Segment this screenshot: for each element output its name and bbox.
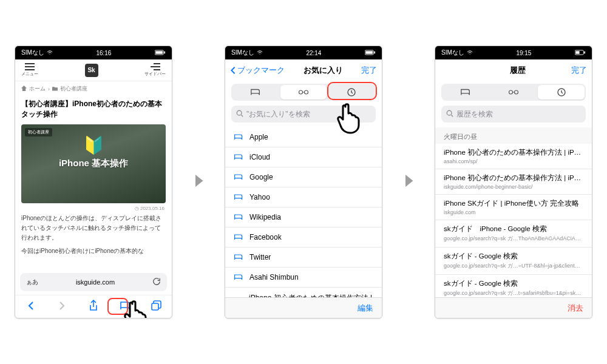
- sidebar-button[interactable]: サイドバー: [144, 63, 166, 77]
- item-label: Twitter: [249, 253, 271, 261]
- svg-rect-13: [584, 51, 585, 53]
- list-item[interactable]: Google: [225, 167, 382, 187]
- seg-reading-list[interactable]: [280, 85, 327, 99]
- seg-reading-list[interactable]: [490, 85, 537, 99]
- history-title: skガイド - Google 検索: [444, 252, 583, 261]
- back-button[interactable]: ブックマーク: [230, 65, 285, 76]
- domain-label: iskguide.com: [76, 278, 115, 286]
- hero-text: iPhone 基本操作: [59, 158, 128, 169]
- svg-rect-5: [365, 51, 373, 54]
- svg-rect-6: [374, 51, 375, 53]
- history-url: iskguide.com: [444, 209, 583, 215]
- done-button[interactable]: 完了: [361, 65, 377, 76]
- back-label: ブックマーク: [237, 65, 285, 76]
- done-button[interactable]: 完了: [571, 65, 587, 76]
- battery-icon: [155, 50, 166, 56]
- forward-icon: [56, 300, 68, 314]
- home-icon: [21, 86, 27, 92]
- highlight-box: [327, 82, 377, 100]
- history-row[interactable]: skガイド iPhone - Google 検索google.co.jp/sea…: [435, 220, 592, 248]
- screen-favorites: SIMなし 22:14 ブックマーク お気に入り 完了 "お気に入り"を検索 A…: [225, 46, 382, 318]
- seg-bookmarks[interactable]: [443, 85, 489, 99]
- history-title: iPhone 初心者のための基本操作方法 | iPhone...: [444, 148, 583, 157]
- svg-rect-3: [152, 303, 158, 310]
- svg-point-15: [515, 90, 518, 94]
- history-row[interactable]: skガイド - Google 検索google.co.jp/search?q=s…: [435, 275, 592, 297]
- history-row[interactable]: iPhone 初心者のための基本操作方法 | iPhone...asahi.co…: [435, 144, 592, 169]
- list-item[interactable]: Facebook: [225, 228, 382, 248]
- body-para-1: iPhoneのほとんどの操作は、ディスプレイに搭載されているタッチパネルに触れる…: [21, 214, 166, 243]
- seg-bookmarks[interactable]: [232, 85, 279, 99]
- search-placeholder: "お気に入り"を検索: [246, 109, 310, 120]
- edit-button[interactable]: 編集: [358, 303, 373, 314]
- history-row[interactable]: iPhone SKガイド | iPhone使い方 完全攻略iskguide.co…: [435, 195, 592, 220]
- search-field[interactable]: 履歴を検索: [441, 106, 586, 123]
- crumb-home[interactable]: ホーム: [29, 85, 46, 93]
- history-title: iPhone 初心者のための基本操作方法 | iPhone...: [444, 174, 583, 183]
- svg-point-17: [447, 110, 452, 115]
- article-title: 【初心者講座】iPhone初心者のための基本タッチ操作: [15, 96, 172, 124]
- menu-button[interactable]: メニュー: [21, 63, 38, 77]
- clock-label: 16:16: [96, 50, 111, 56]
- nav-title: 履歴: [510, 65, 526, 76]
- item-label: Apple: [249, 133, 268, 141]
- hero-image: 初心者講座 🔰 iPhone 基本操作: [21, 124, 166, 203]
- search-icon: [446, 110, 453, 119]
- tabs-icon[interactable]: [150, 300, 162, 314]
- list-item[interactable]: Asahi Shimbun: [225, 268, 382, 288]
- segmented-control[interactable]: [231, 84, 376, 101]
- reload-icon[interactable]: [152, 277, 161, 287]
- back-icon[interactable]: [25, 300, 37, 314]
- list-item[interactable]: Yahoo: [225, 187, 382, 207]
- history-row[interactable]: iPhone 初心者のための基本操作方法 | iPhone...iskguide…: [435, 169, 592, 195]
- svg-rect-1: [155, 51, 163, 54]
- footer-bar: 消去: [435, 297, 592, 318]
- search-icon: [236, 110, 243, 119]
- chevron-right-icon: [399, 172, 418, 192]
- clock-label: 19:15: [516, 50, 531, 56]
- carrier-label: SIMなし: [441, 49, 464, 57]
- history-row[interactable]: skガイド - Google 検索google.co.jp/search?q=s…: [435, 248, 592, 275]
- item-label: Yahoo: [249, 193, 270, 201]
- battery-icon: [365, 50, 376, 56]
- chevron-right-icon: [189, 172, 208, 192]
- item-label: Facebook: [249, 233, 282, 241]
- item-label: Asahi Shimbun: [249, 273, 299, 281]
- wifi-icon: [47, 50, 53, 56]
- wifi-icon: [257, 50, 263, 56]
- item-label: iPhone 初心者のための基本操作方法 | i...: [249, 293, 373, 297]
- list-item[interactable]: iPhone 初心者のための基本操作方法 | i...: [225, 288, 382, 297]
- list-item[interactable]: iCloud: [225, 147, 382, 167]
- status-bar: SIMなし 16:16: [15, 46, 172, 59]
- status-bar: SIMなし 22:14: [225, 46, 382, 59]
- share-icon[interactable]: [87, 300, 100, 314]
- beginner-leaf-icon: 🔰: [83, 135, 104, 155]
- svg-point-14: [509, 90, 513, 94]
- article-date: ◷ 2023.05.16: [15, 203, 172, 214]
- crumb-category[interactable]: 初心者講座: [60, 85, 87, 93]
- list-item[interactable]: Twitter: [225, 248, 382, 268]
- hamburger-icon: [25, 63, 35, 71]
- address-bar[interactable]: ぁあ iskguide.com: [20, 273, 167, 291]
- svg-point-10: [237, 110, 242, 115]
- clear-button[interactable]: 消去: [568, 303, 583, 314]
- nav-title: お気に入り: [304, 65, 343, 76]
- history-title: skガイド - Google 検索: [444, 279, 583, 288]
- history-title: skガイド iPhone - Google 検索: [444, 224, 583, 234]
- site-logo[interactable]: Sk: [85, 64, 98, 77]
- segmented-control[interactable]: [441, 84, 586, 101]
- nav-bar: ブックマーク お気に入り 完了: [225, 59, 382, 81]
- history-url: iskguide.com/iphone-beginner-basic/: [444, 184, 583, 190]
- article-body: iPhoneのほとんどの操作は、ディスプレイに搭載されているタッチパネルに触れる…: [15, 214, 172, 269]
- history-title: iPhone SKガイド | iPhone使い方 完全攻略: [444, 199, 583, 208]
- sidebar-icon: [151, 63, 160, 71]
- body-para-2: 今回はiPhone初心者向けにiPhoneの基本的な: [21, 246, 166, 256]
- breadcrumb: ホーム › 初心者講座: [15, 81, 172, 96]
- folder-icon: [52, 86, 58, 92]
- status-bar: SIMなし 19:15: [435, 46, 592, 59]
- reader-aa-button[interactable]: ぁあ: [26, 278, 38, 286]
- list-item[interactable]: Wikipedia: [225, 207, 382, 228]
- history-url: google.co.jp/search?q=sk ガ…t=safari#sbfb…: [444, 289, 583, 297]
- seg-history[interactable]: [538, 85, 585, 99]
- item-label: iCloud: [249, 153, 270, 161]
